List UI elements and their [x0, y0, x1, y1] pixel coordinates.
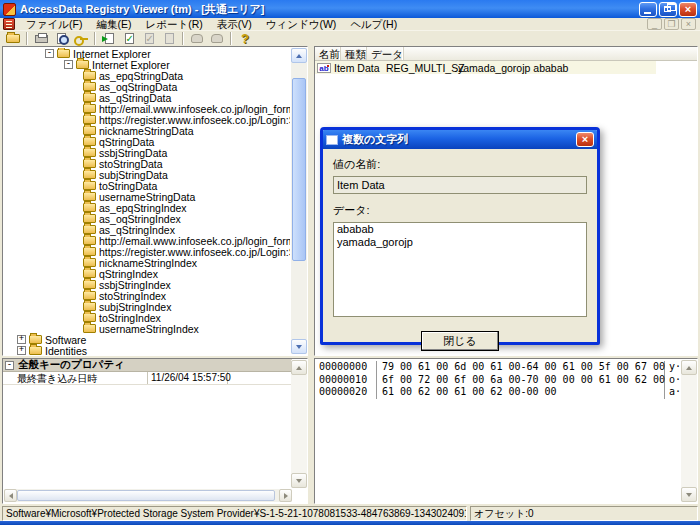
tree-item[interactable]: Internet Explorer	[3, 59, 290, 70]
tree-item[interactable]: qStringData	[3, 136, 290, 147]
tree-item[interactable]: as_qStringData	[3, 92, 290, 103]
value-type-cell: REG_MULTI_SZ	[386, 62, 458, 74]
properties-horizontal-scrollbar[interactable]	[4, 489, 292, 502]
menu-item[interactable]: ヘルプ(H)	[343, 18, 404, 31]
hex-vertical-scrollbar[interactable]	[681, 360, 697, 502]
help-button[interactable]: ?	[235, 32, 255, 46]
mdi-close-button[interactable]: ×	[681, 18, 696, 30]
scroll-down-button[interactable]	[291, 473, 307, 488]
column-header[interactable]: 種類	[341, 47, 367, 60]
menu-item[interactable]: ウィンドウ(W)	[259, 18, 344, 31]
menu-item[interactable]: 表示(V)	[210, 18, 259, 31]
expand-toggle-icon[interactable]	[17, 346, 26, 355]
minimize-button[interactable]	[639, 2, 657, 17]
report-button[interactable]	[119, 32, 139, 46]
expand-toggle-icon[interactable]	[17, 335, 26, 344]
collapse-icon[interactable]	[5, 361, 14, 370]
property-value: 11/26/04 15:57:50	[148, 372, 228, 384]
property-row[interactable]: 最終書き込み日時 11/26/04 15:57:50	[3, 372, 292, 385]
scroll-right-button[interactable]	[279, 489, 292, 502]
properties-header[interactable]: 全般キーのプロパティ	[3, 359, 292, 372]
close-dialog-button[interactable]: 閉じる	[421, 331, 499, 351]
tree-item[interactable]: https://register.www.infoseek.co.jp/Logi…	[3, 246, 290, 257]
menu-item[interactable]: ファイル(F)	[19, 18, 89, 31]
tree-item[interactable]: usernameStringIndex	[3, 323, 290, 334]
tree-item[interactable]: subjStringData	[3, 169, 290, 180]
tree-item[interactable]: ssbjStringData	[3, 147, 290, 158]
expand-toggle-icon[interactable]	[45, 49, 54, 58]
tree-item[interactable]: stoStringData	[3, 158, 290, 169]
folder-icon	[83, 148, 96, 157]
scroll-up-button[interactable]	[681, 360, 697, 375]
tree-item[interactable]: toStringIndex	[3, 312, 290, 323]
value-data-cell: yamada_gorojp ababab	[458, 62, 656, 74]
tree-item[interactable]: as_oqStringData	[3, 81, 290, 92]
data-list-item[interactable]: yamada_gorojp	[334, 236, 586, 249]
scroll-left-button[interactable]	[4, 489, 17, 502]
menu-bar: ファイル(F)編集(E)レポート(R)表示(V)ウィンドウ(W)ヘルプ(H) _…	[0, 18, 700, 31]
close-button[interactable]: ×	[679, 2, 697, 17]
mdi-child-icon[interactable]	[3, 18, 15, 30]
scrollbar-thumb[interactable]	[292, 78, 306, 261]
arrow-up-icon	[296, 366, 302, 370]
folder-icon	[83, 280, 96, 289]
tree-item[interactable]: nicknameStringData	[3, 125, 290, 136]
close-icon: ×	[582, 133, 588, 145]
tree-item[interactable]: Identities	[3, 345, 290, 355]
data-listbox[interactable]: abababyamada_gorojp	[333, 222, 587, 317]
menu-item[interactable]: レポート(R)	[138, 18, 209, 31]
open-folder-button[interactable]	[3, 32, 23, 46]
value-row[interactable]: Item Data REG_MULTI_SZ yamada_gorojp aba…	[315, 61, 656, 74]
tree-item[interactable]: as_epqStringData	[3, 70, 290, 81]
tool-bar: ?	[0, 31, 700, 46]
tree-item[interactable]: qStringIndex	[3, 268, 290, 279]
folder-icon	[83, 291, 96, 300]
value-name-field[interactable]: Item Data	[333, 176, 587, 194]
properties-header-label: 全般キーのプロパティ	[18, 358, 125, 372]
scrollbar-thumb[interactable]	[17, 490, 275, 501]
expand-toggle-icon[interactable]	[64, 60, 73, 69]
tree-item[interactable]: as_oqStringIndex	[3, 213, 290, 224]
document-disabled-button	[159, 32, 179, 46]
tree-item[interactable]: usernameStringData	[3, 191, 290, 202]
properties-vertical-scrollbar[interactable]	[291, 360, 307, 488]
export-button[interactable]	[99, 32, 119, 46]
data-list-item[interactable]: ababab	[334, 223, 586, 236]
scroll-up-button[interactable]	[291, 360, 307, 375]
tree-item[interactable]: subjStringIndex	[3, 301, 290, 312]
scroll-down-button[interactable]	[291, 339, 307, 354]
tree-item[interactable]: as_epqStringIndex	[3, 202, 290, 213]
tree-item[interactable]: as_qStringIndex	[3, 224, 290, 235]
report-check-icon	[125, 33, 134, 44]
search-button[interactable]	[51, 32, 71, 46]
hex-row[interactable]: 00000010 6f 00 72 00 6f 00 6a 00-70 00 0…	[316, 374, 680, 387]
tree-item[interactable]: ssbjStringIndex	[3, 279, 290, 290]
tree-item[interactable]: Software	[3, 334, 290, 345]
tree-item[interactable]: toStringData	[3, 180, 290, 191]
folder-icon	[83, 181, 96, 190]
tree-item[interactable]: http://email.www.infoseek.co.jp/login_fo…	[3, 103, 290, 114]
menu-item[interactable]: 編集(E)	[89, 18, 138, 31]
dialog-title-bar: 複数の文字列 ×	[323, 130, 597, 149]
tree-item[interactable]: https://register.www.infoseek.co.jp/Logi…	[3, 114, 290, 125]
tree-item[interactable]: stoStringIndex	[3, 290, 290, 301]
scroll-up-button[interactable]	[291, 48, 307, 63]
scroll-down-button[interactable]	[681, 487, 697, 502]
tree-item-label: Identities	[45, 345, 87, 356]
column-header[interactable]: 名前	[315, 47, 341, 60]
tree-item[interactable]: nicknameStringIndex	[3, 257, 290, 268]
mdi-restore-button[interactable]: ❐	[664, 18, 679, 30]
key-button[interactable]	[71, 32, 91, 46]
tree-item[interactable]: Internet Explorer	[3, 48, 290, 59]
hex-row[interactable]: 00000020 61 00 62 00 61 00 62 00-00 00 a…	[316, 386, 680, 399]
mdi-minimize-button[interactable]: _	[647, 18, 662, 30]
dialog-close-button[interactable]: ×	[576, 132, 594, 147]
folder-icon	[76, 60, 89, 69]
print-button[interactable]	[31, 32, 51, 46]
hex-bytes: 61 00 62 00 61 00 62 00-00 00	[376, 386, 665, 399]
tree-item[interactable]: http://email.www.infoseek.co.jp/login_fo…	[3, 235, 290, 246]
column-header[interactable]: データ	[367, 47, 404, 60]
restore-button[interactable]	[659, 2, 677, 17]
hex-row[interactable]: 00000000 79 00 61 00 6d 00 61 00-64 00 6…	[316, 361, 680, 374]
tree-vertical-scrollbar[interactable]	[291, 48, 307, 354]
